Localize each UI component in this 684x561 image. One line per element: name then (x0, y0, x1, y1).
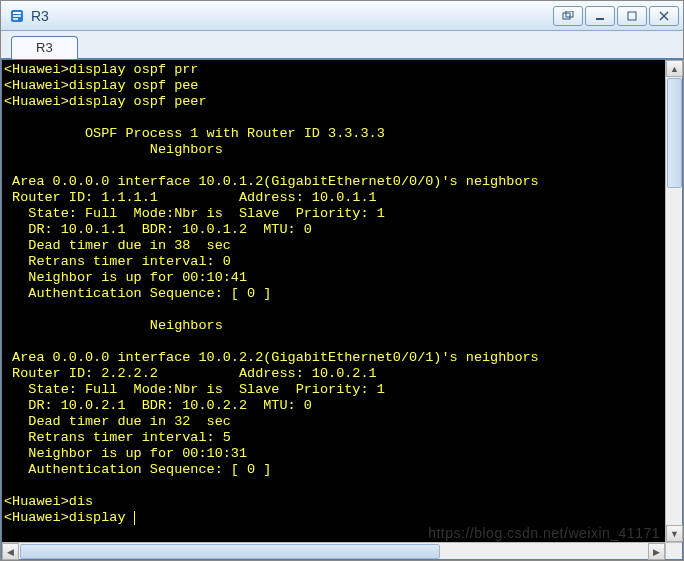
state-line: State: Full Mode:Nbr is Slave Priority: … (4, 206, 385, 221)
horizontal-scrollbar[interactable]: ◀ ▶ (2, 542, 665, 559)
svg-rect-7 (628, 12, 636, 20)
vertical-scroll-thumb[interactable] (667, 78, 682, 188)
svg-rect-1 (13, 12, 21, 14)
prompt: <Huawei> (4, 62, 69, 77)
cmd-line: display ospf prr (69, 62, 199, 77)
uptime-line: Neighbor is up for 00:10:31 (4, 446, 247, 461)
ospf-process-line: OSPF Process 1 with Router ID 3.3.3.3 (4, 126, 385, 141)
scroll-left-icon[interactable]: ◀ (2, 543, 19, 560)
close-icon[interactable] (649, 6, 679, 26)
window-controls (551, 6, 679, 26)
text-cursor (134, 511, 141, 525)
prompt: <Huawei> (4, 78, 69, 93)
dr-line: DR: 10.0.2.1 BDR: 10.0.2.2 MTU: 0 (4, 398, 312, 413)
terminal-output[interactable]: <Huawei>display ospf prr <Huawei>display… (2, 60, 665, 542)
router-id-line: Router ID: 2.2.2.2 Address: 10.0.2.1 (4, 366, 377, 381)
auth-seq-line: Authentication Sequence: [ 0 ] (4, 286, 271, 301)
prompt: <Huawei> (4, 94, 69, 109)
minimize-icon[interactable] (585, 6, 615, 26)
scroll-right-icon[interactable]: ▶ (648, 543, 665, 560)
scroll-down-icon[interactable]: ▼ (666, 525, 683, 542)
neighbors-heading: Neighbors (4, 318, 223, 333)
state-line: State: Full Mode:Nbr is Slave Priority: … (4, 382, 385, 397)
restore-down-icon[interactable] (553, 6, 583, 26)
dead-timer-line: Dead timer due in 32 sec (4, 414, 231, 429)
scroll-up-icon[interactable]: ▲ (666, 60, 683, 77)
maximize-icon[interactable] (617, 6, 647, 26)
cmd-line: display ospf peer (69, 94, 207, 109)
area-line: Area 0.0.0.0 interface 10.0.1.2(GigabitE… (4, 174, 539, 189)
dead-timer-line: Dead timer due in 38 sec (4, 238, 231, 253)
svg-rect-2 (13, 15, 21, 17)
cmd-line: display (69, 510, 134, 525)
cmd-line: display ospf pee (69, 78, 199, 93)
retrans-line: Retrans timer interval: 0 (4, 254, 231, 269)
retrans-line: Retrans timer interval: 5 (4, 430, 231, 445)
uptime-line: Neighbor is up for 00:10:41 (4, 270, 247, 285)
neighbors-heading: Neighbors (4, 142, 223, 157)
vertical-scrollbar[interactable]: ▲ ▼ (665, 60, 682, 542)
prompt: <Huawei> (4, 510, 69, 525)
area-line: Area 0.0.0.0 interface 10.0.2.2(GigabitE… (4, 350, 539, 365)
window-title: R3 (31, 8, 551, 24)
router-id-line: Router ID: 1.1.1.1 Address: 10.0.1.1 (4, 190, 377, 205)
titlebar: R3 (1, 1, 683, 31)
scrollbar-corner (665, 542, 682, 559)
dr-line: DR: 10.0.1.1 BDR: 10.0.1.2 MTU: 0 (4, 222, 312, 237)
svg-rect-3 (13, 18, 18, 20)
prompt: <Huawei> (4, 494, 69, 509)
app-icon (9, 8, 25, 24)
tab-r3[interactable]: R3 (11, 36, 78, 59)
cmd-line: dis (69, 494, 93, 509)
auth-seq-line: Authentication Sequence: [ 0 ] (4, 462, 271, 477)
horizontal-scroll-thumb[interactable] (20, 544, 440, 559)
terminal-container: <Huawei>display ospf prr <Huawei>display… (1, 59, 683, 560)
tab-row: R3 (1, 31, 683, 59)
